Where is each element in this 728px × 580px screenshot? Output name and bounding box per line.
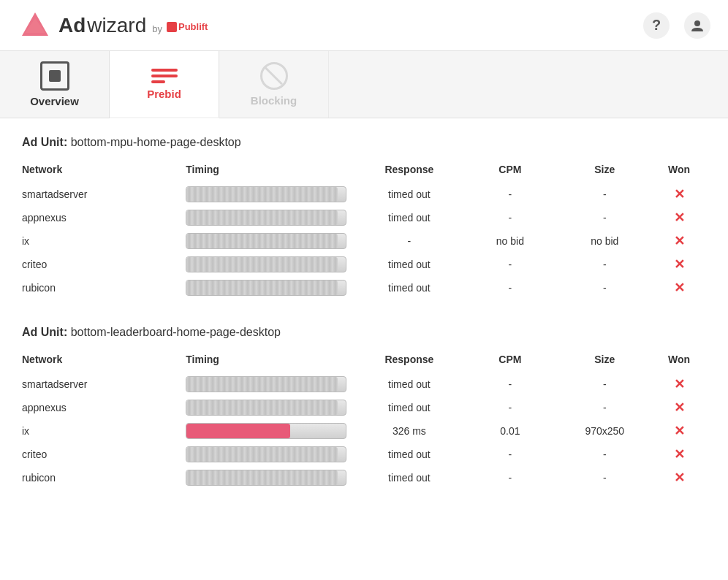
table-row: criteotimed out--✕ [22, 443, 706, 466]
ad-unit-section-0: Ad Unit: bottom-mpu-home-page-desktopNet… [22, 136, 706, 299]
table-row: appnexustimed out--✕ [22, 206, 706, 229]
tab-bar: Overview Prebid Blocking [0, 51, 728, 118]
col-header-network: Network [22, 349, 186, 373]
size-cell: - [557, 466, 658, 489]
won-x-icon: ✕ [674, 400, 685, 415]
col-header-size: Size [557, 349, 658, 373]
timing-cell [186, 466, 355, 489]
network-cell: ix [22, 419, 186, 443]
timing-bar-container [186, 400, 346, 416]
size-cell: - [557, 443, 658, 466]
table-row: appnexustimed out--✕ [22, 396, 706, 419]
ad-unit-title-0: Ad Unit: bottom-mpu-home-page-desktop [22, 136, 706, 149]
table-row: ix326 ms0.01970x250✕ [22, 419, 706, 443]
response-cell: 326 ms [355, 419, 469, 443]
timing-bar-fill [186, 187, 338, 202]
cpm-cell: - [469, 276, 558, 299]
timing-cell [186, 229, 355, 253]
logo-area: Ad wizard by Publift [18, 8, 208, 43]
won-cell: ✕ [658, 443, 706, 466]
table-row: smartadservertimed out--✕ [22, 183, 706, 206]
cpm-cell: - [469, 396, 558, 419]
timing-bar-container [186, 423, 346, 439]
timing-cell [186, 443, 355, 466]
won-x-icon: ✕ [674, 210, 685, 225]
table-row: criteotimed out--✕ [22, 253, 706, 276]
timing-cell [186, 276, 355, 299]
timing-bar-fill [186, 447, 338, 462]
won-cell: ✕ [658, 276, 706, 299]
cpm-cell: - [469, 466, 558, 489]
timing-bar-fill [186, 234, 338, 248]
header: Ad wizard by Publift ? [0, 0, 728, 51]
timing-bar-container [186, 256, 346, 272]
col-header-timing: Timing [186, 159, 355, 183]
timing-bar-container [186, 280, 346, 296]
response-cell: timed out [355, 396, 469, 419]
timing-cell [186, 183, 355, 206]
user-menu-button[interactable] [684, 12, 710, 39]
ad-unit-title-1: Ad Unit: bottom-leaderboard-home-page-de… [22, 326, 706, 339]
size-cell: - [557, 183, 658, 206]
cpm-cell: - [469, 253, 558, 276]
timing-bar-fill [186, 424, 290, 438]
timing-bar-container [186, 210, 346, 226]
timing-cell [186, 419, 355, 443]
network-cell: smartadserver [22, 373, 186, 396]
won-x-icon: ✕ [674, 187, 685, 202]
main-content: Ad Unit: bottom-mpu-home-page-desktopNet… [0, 118, 728, 580]
response-cell: timed out [355, 276, 469, 299]
col-header-network: Network [22, 159, 186, 183]
timing-cell [186, 206, 355, 229]
won-x-icon: ✕ [674, 377, 685, 392]
tab-prebid-label: Prebid [147, 88, 181, 100]
overview-tab-icon [40, 61, 69, 91]
tab-overview[interactable]: Overview [0, 51, 110, 118]
tab-blocking: Blocking [219, 51, 329, 118]
prebid-table-0: NetworkTimingResponseCPMSizeWonsmartadse… [22, 159, 706, 299]
col-header-won: Won [658, 159, 706, 183]
network-cell: appnexus [22, 396, 186, 419]
timing-bar-container [186, 186, 346, 202]
adwizard-logo-icon [18, 8, 53, 43]
response-cell: timed out [355, 443, 469, 466]
size-cell: - [557, 373, 658, 396]
won-x-icon: ✕ [674, 234, 685, 248]
blocking-tab-icon [260, 62, 288, 90]
tab-blocking-label: Blocking [251, 94, 297, 107]
size-cell: - [557, 206, 658, 229]
size-cell: 970x250 [557, 419, 658, 443]
network-cell: appnexus [22, 206, 186, 229]
cpm-cell: - [469, 443, 558, 466]
size-cell: no bid [557, 229, 658, 253]
tab-overview-label: Overview [30, 95, 79, 107]
help-button[interactable]: ? [643, 12, 670, 39]
prebid-table-1: NetworkTimingResponseCPMSizeWonsmartadse… [22, 349, 706, 489]
network-cell: smartadserver [22, 183, 186, 206]
network-cell: ix [22, 229, 186, 253]
won-x-icon: ✕ [674, 470, 685, 485]
network-cell: rubicon [22, 466, 186, 489]
timing-bar-fill [186, 400, 338, 415]
network-cell: criteo [22, 443, 186, 466]
table-row: ix-no bidno bid✕ [22, 229, 706, 253]
tab-prebid[interactable]: Prebid [110, 51, 219, 118]
cpm-cell: - [469, 206, 558, 229]
timing-bar-container [186, 470, 346, 486]
won-cell: ✕ [658, 373, 706, 396]
timing-bar-fill [186, 210, 338, 225]
svg-point-2 [694, 20, 700, 26]
col-header-cpm: CPM [469, 159, 558, 183]
user-icon [690, 18, 705, 33]
won-cell: ✕ [658, 206, 706, 229]
timing-bar-fill [186, 257, 338, 272]
response-cell: timed out [355, 466, 469, 489]
timing-cell [186, 253, 355, 276]
col-header-response: Response [355, 159, 469, 183]
won-x-icon: ✕ [674, 257, 685, 272]
col-header-won: Won [658, 349, 706, 373]
response-cell: timed out [355, 253, 469, 276]
timing-bar-container [186, 233, 346, 249]
size-cell: - [557, 276, 658, 299]
won-cell: ✕ [658, 396, 706, 419]
